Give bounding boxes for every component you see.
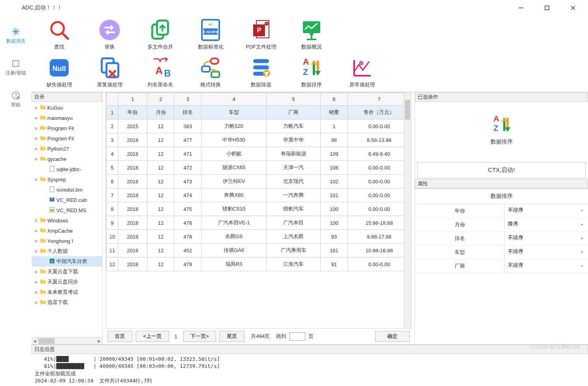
cell[interactable]: 华晨中华 <box>267 133 321 147</box>
cell[interactable]: 12 <box>147 161 174 175</box>
tree-node[interactable]: >XmpCache <box>32 226 102 236</box>
cell[interactable]: 0.00-0.00 <box>347 188 411 202</box>
cell[interactable]: 478 <box>174 230 202 244</box>
cell[interactable]: 0.00-0.00 <box>347 175 411 188</box>
col-header[interactable]: 1 <box>118 93 147 106</box>
cell[interactable]: 销量 <box>321 106 348 119</box>
tree-node[interactable]: >qycache <box>32 154 102 164</box>
cell[interactable]: 小蚂蚁 <box>201 147 266 161</box>
cell[interactable]: 广汽本田VE-1 <box>201 216 266 230</box>
cell[interactable]: 10.88-16.88 <box>347 244 411 257</box>
pdf-tool[interactable]: PPDF文件处理 <box>241 18 281 50</box>
col-header[interactable]: 5 <box>267 93 321 106</box>
cell[interactable]: 0.00-0.00 <box>347 257 411 271</box>
cell[interactable]: 12 <box>147 147 174 161</box>
cell[interactable]: 骏派CX65 <box>201 161 266 175</box>
cell[interactable]: 9.88-17.88 <box>347 230 411 244</box>
cell[interactable]: 月份 <box>147 106 174 119</box>
close-button[interactable] <box>566 2 580 14</box>
cell[interactable]: 2018 <box>118 257 147 271</box>
cell[interactable]: 奇瑞新能源 <box>267 147 321 161</box>
page-jump-input[interactable] <box>289 332 305 341</box>
row-header[interactable]: 4 <box>106 147 118 161</box>
cell[interactable]: 476 <box>174 216 202 230</box>
cell[interactable]: 2018 <box>118 216 147 230</box>
cell[interactable]: 0.00-0.00 <box>347 119 411 133</box>
cell[interactable]: 上汽名爵 <box>267 230 321 244</box>
cell[interactable]: 12 <box>147 175 174 188</box>
cell[interactable]: 383 <box>174 119 202 133</box>
row-header[interactable]: 6 <box>106 175 118 188</box>
row-header[interactable]: 2 <box>106 119 118 133</box>
page-jump-button[interactable]: 确定 <box>375 331 410 342</box>
data-table[interactable]: 12345671年份月份排名车型厂商销量售价（万元）2201512383力帆52… <box>106 93 411 271</box>
cell[interactable]: 2018 <box>118 244 147 257</box>
cell[interactable]: 力帆汽车 <box>267 119 321 133</box>
tree-node[interactable]: >Program Fil <box>32 123 102 133</box>
row-header[interactable]: 10 <box>106 230 118 244</box>
directory-hscroll[interactable]: ◂▸ <box>32 337 102 344</box>
tree-node[interactable]: >KuGou <box>32 103 102 113</box>
tree-node[interactable]: >天翼云盘同步 <box>32 277 102 287</box>
null-tool[interactable]: Null缺失值处理 <box>39 56 79 88</box>
col-header[interactable]: 2 <box>147 93 174 106</box>
cell[interactable]: 91 <box>321 257 348 271</box>
cell[interactable]: 106 <box>321 161 348 175</box>
prop-select[interactable]: 降序 <box>505 218 588 229</box>
cell[interactable]: 2018 <box>118 133 147 147</box>
cell[interactable]: 471 <box>174 147 202 161</box>
cell[interactable]: 排名 <box>174 106 202 119</box>
cell[interactable]: 2018 <box>118 175 147 188</box>
cell[interactable]: 车型 <box>201 106 266 119</box>
tree-node[interactable]: sqlite-jdbc- <box>32 164 102 174</box>
row-header[interactable]: 12 <box>106 257 118 271</box>
cell[interactable]: 猎豹CS10 <box>201 202 266 216</box>
tree-node[interactable]: >Windows <box>32 215 102 226</box>
cell[interactable]: 传祺GA6 <box>201 244 266 257</box>
cell[interactable]: 伊兰特EV <box>201 175 266 188</box>
cell[interactable]: 奔腾X80 <box>201 188 266 202</box>
cell[interactable]: 472 <box>174 161 202 175</box>
table-vscroll[interactable] <box>404 93 411 328</box>
cell[interactable]: 0.00-0.00 <box>347 202 411 216</box>
directory-tree[interactable]: >KuGou>maomaoyu>Program Fil>Program Fil>… <box>32 102 102 337</box>
last-page-button[interactable]: 尾页 <box>219 331 245 342</box>
format-tool[interactable]: 格式转换 <box>191 56 230 88</box>
sidebar-tab-2[interactable]: ?帮助 <box>2 88 30 112</box>
cell[interactable]: 6.49-9.40 <box>347 147 411 161</box>
cell[interactable]: 100 <box>321 216 348 230</box>
overview-tool[interactable]: 数据概况 <box>292 18 331 50</box>
sort-tool[interactable]: AZ数据排序 <box>292 56 331 88</box>
cell[interactable]: 8.58-13.98 <box>347 133 411 147</box>
cell[interactable]: 中华H530 <box>201 133 266 147</box>
cell[interactable]: 12 <box>147 133 174 147</box>
cell[interactable]: 售价（万元） <box>347 106 411 119</box>
cell[interactable]: 102 <box>321 175 348 188</box>
merge-tool[interactable]: 多文件合并 <box>140 18 180 50</box>
col-header[interactable]: 7 <box>347 93 411 106</box>
prev-page-button[interactable]: <上一页 <box>136 331 169 342</box>
rename-tool[interactable]: AB列名重命名 <box>140 56 180 88</box>
cell[interactable]: 天津一汽 <box>267 161 321 175</box>
tree-node[interactable]: >Yonghong I <box>32 236 102 246</box>
cell[interactable]: 12 <box>147 188 174 202</box>
tree-node[interactable]: >迅雷下载 <box>32 297 102 308</box>
cell[interactable]: 猎豹汽车 <box>267 202 321 216</box>
cell[interactable]: 109 <box>321 147 348 161</box>
cell[interactable]: 1 <box>321 119 348 133</box>
col-header[interactable]: 3 <box>174 93 202 106</box>
tree-node[interactable]: VC_RED.cab <box>32 195 102 205</box>
row-header[interactable]: 7 <box>106 188 118 202</box>
cell[interactable]: 一汽奔腾 <box>267 188 321 202</box>
filter-tool[interactable]: 数据筛选 <box>241 56 281 88</box>
cell[interactable]: 2018 <box>118 202 147 216</box>
cell[interactable]: 2015 <box>118 119 147 133</box>
col-header[interactable]: 6 <box>321 93 348 106</box>
cell[interactable]: 479 <box>174 257 202 271</box>
cell[interactable]: 名爵GS <box>201 230 266 244</box>
cell[interactable]: 瑞风R3 <box>201 257 266 271</box>
tree-node[interactable]: >天翼云盘下载 <box>32 267 102 277</box>
tree-node[interactable]: >Python27 <box>32 144 102 154</box>
cell[interactable]: 0.00-0.00 <box>347 161 411 175</box>
cell[interactable]: 年份 <box>118 106 147 119</box>
